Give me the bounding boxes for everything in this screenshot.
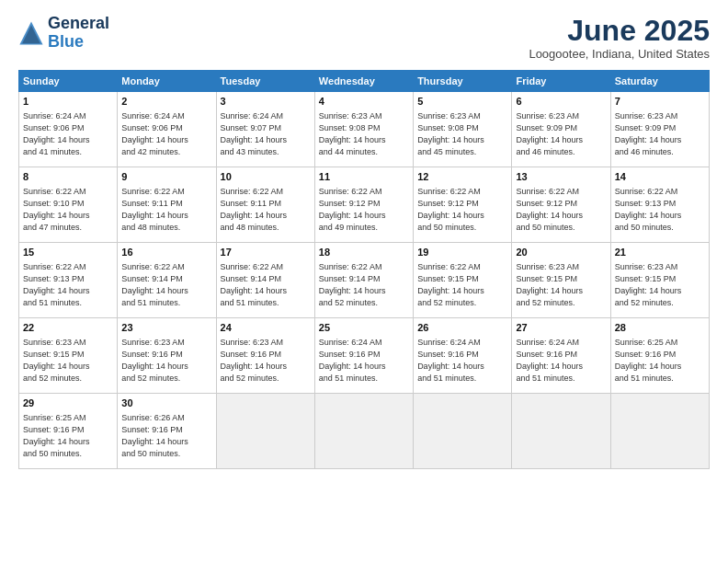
- cell-date: 2: [121, 95, 211, 109]
- cell-info: Sunrise: 6:23 AM Sunset: 9:16 PM Dayligh…: [221, 337, 311, 385]
- cell-info: Sunrise: 6:23 AM Sunset: 9:15 PM Dayligh…: [23, 337, 113, 385]
- calendar-cell: [512, 394, 610, 469]
- calendar-cell: 15Sunrise: 6:22 AM Sunset: 9:13 PM Dayli…: [19, 243, 118, 318]
- cell-info: Sunrise: 6:24 AM Sunset: 9:16 PM Dayligh…: [319, 337, 409, 385]
- cell-date: 5: [417, 95, 507, 109]
- cell-info: Sunrise: 6:24 AM Sunset: 9:06 PM Dayligh…: [121, 110, 211, 158]
- cell-date: 11: [319, 170, 409, 184]
- cell-date: 27: [516, 321, 606, 335]
- calendar-cell: [414, 394, 512, 469]
- calendar-cell: 28Sunrise: 6:25 AM Sunset: 9:16 PM Dayli…: [610, 318, 709, 394]
- cell-date: 17: [221, 246, 311, 259]
- cell-info: Sunrise: 6:22 AM Sunset: 9:11 PM Dayligh…: [221, 186, 311, 234]
- cell-date: 18: [319, 246, 409, 259]
- cell-date: 3: [221, 95, 311, 109]
- title-block: June 2025 Loogootee, Indiana, United Sta…: [529, 15, 710, 61]
- logo-icon: [18, 20, 44, 46]
- calendar-cell: 4Sunrise: 6:23 AM Sunset: 9:08 PM Daylig…: [314, 92, 413, 167]
- cell-date: 23: [121, 321, 211, 335]
- cell-date: 16: [121, 246, 211, 259]
- calendar-cell: 3Sunrise: 6:24 AM Sunset: 9:07 PM Daylig…: [216, 92, 314, 167]
- header-monday: Monday: [118, 71, 216, 92]
- logo: General Blue: [18, 15, 109, 52]
- cell-date: 30: [121, 396, 211, 410]
- title-month: June 2025: [529, 15, 710, 47]
- calendar-body: 1Sunrise: 6:24 AM Sunset: 9:06 PM Daylig…: [19, 92, 710, 469]
- calendar-cell: 20Sunrise: 6:23 AM Sunset: 9:15 PM Dayli…: [512, 243, 610, 318]
- calendar-cell: 5Sunrise: 6:23 AM Sunset: 9:08 PM Daylig…: [414, 92, 512, 167]
- calendar-cell: [610, 394, 709, 469]
- cell-date: 6: [516, 95, 606, 109]
- week-row-0: 1Sunrise: 6:24 AM Sunset: 9:06 PM Daylig…: [19, 92, 710, 167]
- cell-date: 26: [417, 321, 507, 335]
- calendar-cell: 17Sunrise: 6:22 AM Sunset: 9:14 PM Dayli…: [216, 243, 314, 318]
- cell-date: 9: [121, 170, 211, 184]
- cell-info: Sunrise: 6:23 AM Sunset: 9:08 PM Dayligh…: [417, 110, 507, 158]
- cell-info: Sunrise: 6:22 AM Sunset: 9:13 PM Dayligh…: [615, 186, 705, 234]
- cell-date: 19: [417, 246, 507, 259]
- calendar-cell: 26Sunrise: 6:24 AM Sunset: 9:16 PM Dayli…: [414, 318, 512, 394]
- header-thursday: Thursday: [414, 71, 512, 92]
- calendar-cell: 30Sunrise: 6:26 AM Sunset: 9:16 PM Dayli…: [118, 394, 216, 469]
- logo-blue: Blue: [48, 32, 84, 51]
- cell-info: Sunrise: 6:22 AM Sunset: 9:15 PM Dayligh…: [417, 261, 507, 309]
- cell-date: 22: [23, 321, 113, 335]
- cell-info: Sunrise: 6:22 AM Sunset: 9:13 PM Dayligh…: [23, 261, 113, 309]
- week-row-3: 22Sunrise: 6:23 AM Sunset: 9:15 PM Dayli…: [19, 318, 710, 394]
- cell-info: Sunrise: 6:23 AM Sunset: 9:09 PM Dayligh…: [615, 110, 705, 158]
- header-saturday: Saturday: [610, 71, 709, 92]
- cell-info: Sunrise: 6:23 AM Sunset: 9:15 PM Dayligh…: [615, 261, 705, 309]
- logo-text: General Blue: [48, 15, 109, 52]
- calendar-cell: [314, 394, 413, 469]
- calendar-cell: 2Sunrise: 6:24 AM Sunset: 9:06 PM Daylig…: [118, 92, 216, 167]
- cell-info: Sunrise: 6:24 AM Sunset: 9:16 PM Dayligh…: [417, 337, 507, 385]
- cell-info: Sunrise: 6:23 AM Sunset: 9:09 PM Dayligh…: [516, 110, 606, 158]
- calendar-cell: 23Sunrise: 6:23 AM Sunset: 9:16 PM Dayli…: [118, 318, 216, 394]
- cell-info: Sunrise: 6:22 AM Sunset: 9:12 PM Dayligh…: [417, 186, 507, 234]
- cell-info: Sunrise: 6:22 AM Sunset: 9:12 PM Dayligh…: [319, 186, 409, 234]
- cell-info: Sunrise: 6:24 AM Sunset: 9:07 PM Dayligh…: [221, 110, 311, 158]
- cell-date: 25: [319, 321, 409, 335]
- calendar-cell: 29Sunrise: 6:25 AM Sunset: 9:16 PM Dayli…: [19, 394, 118, 469]
- cell-date: 10: [221, 170, 311, 184]
- calendar-cell: 21Sunrise: 6:23 AM Sunset: 9:15 PM Dayli…: [610, 243, 709, 318]
- calendar-cell: 10Sunrise: 6:22 AM Sunset: 9:11 PM Dayli…: [216, 167, 314, 243]
- week-row-1: 8Sunrise: 6:22 AM Sunset: 9:10 PM Daylig…: [19, 167, 710, 243]
- cell-info: Sunrise: 6:26 AM Sunset: 9:16 PM Dayligh…: [121, 412, 211, 460]
- cell-date: 13: [516, 170, 606, 184]
- cell-date: 8: [23, 170, 113, 184]
- cell-info: Sunrise: 6:22 AM Sunset: 9:14 PM Dayligh…: [221, 261, 311, 309]
- calendar-cell: 22Sunrise: 6:23 AM Sunset: 9:15 PM Dayli…: [19, 318, 118, 394]
- header-friday: Friday: [512, 71, 610, 92]
- cell-info: Sunrise: 6:25 AM Sunset: 9:16 PM Dayligh…: [23, 412, 113, 460]
- calendar-cell: 18Sunrise: 6:22 AM Sunset: 9:14 PM Dayli…: [314, 243, 413, 318]
- calendar-cell: 8Sunrise: 6:22 AM Sunset: 9:10 PM Daylig…: [19, 167, 118, 243]
- cell-info: Sunrise: 6:22 AM Sunset: 9:14 PM Dayligh…: [319, 261, 409, 309]
- calendar-cell: 6Sunrise: 6:23 AM Sunset: 9:09 PM Daylig…: [512, 92, 610, 167]
- calendar-cell: 27Sunrise: 6:24 AM Sunset: 9:16 PM Dayli…: [512, 318, 610, 394]
- cell-info: Sunrise: 6:23 AM Sunset: 9:16 PM Dayligh…: [121, 337, 211, 385]
- calendar-cell: 7Sunrise: 6:23 AM Sunset: 9:09 PM Daylig…: [610, 92, 709, 167]
- page: General Blue June 2025 Loogootee, Indian…: [0, 0, 728, 563]
- calendar-cell: 19Sunrise: 6:22 AM Sunset: 9:15 PM Dayli…: [414, 243, 512, 318]
- cell-info: Sunrise: 6:22 AM Sunset: 9:10 PM Dayligh…: [23, 186, 113, 234]
- cell-date: 24: [221, 321, 311, 335]
- header-row: Sunday Monday Tuesday Wednesday Thursday…: [19, 71, 710, 92]
- calendar-cell: 16Sunrise: 6:22 AM Sunset: 9:14 PM Dayli…: [118, 243, 216, 318]
- cell-info: Sunrise: 6:24 AM Sunset: 9:16 PM Dayligh…: [516, 337, 606, 385]
- cell-date: 20: [516, 246, 606, 259]
- cell-date: 14: [615, 170, 705, 184]
- week-row-2: 15Sunrise: 6:22 AM Sunset: 9:13 PM Dayli…: [19, 243, 710, 318]
- calendar-cell: 13Sunrise: 6:22 AM Sunset: 9:12 PM Dayli…: [512, 167, 610, 243]
- cell-info: Sunrise: 6:22 AM Sunset: 9:12 PM Dayligh…: [516, 186, 606, 234]
- logo-general: General: [48, 14, 109, 32]
- cell-info: Sunrise: 6:22 AM Sunset: 9:11 PM Dayligh…: [121, 186, 211, 234]
- calendar-table: Sunday Monday Tuesday Wednesday Thursday…: [18, 70, 710, 469]
- cell-info: Sunrise: 6:22 AM Sunset: 9:14 PM Dayligh…: [121, 261, 211, 309]
- calendar-cell: 12Sunrise: 6:22 AM Sunset: 9:12 PM Dayli…: [414, 167, 512, 243]
- cell-date: 4: [319, 95, 409, 109]
- calendar-cell: 11Sunrise: 6:22 AM Sunset: 9:12 PM Dayli…: [314, 167, 413, 243]
- cell-date: 12: [417, 170, 507, 184]
- cell-date: 28: [615, 321, 705, 335]
- calendar-cell: 14Sunrise: 6:22 AM Sunset: 9:13 PM Dayli…: [610, 167, 709, 243]
